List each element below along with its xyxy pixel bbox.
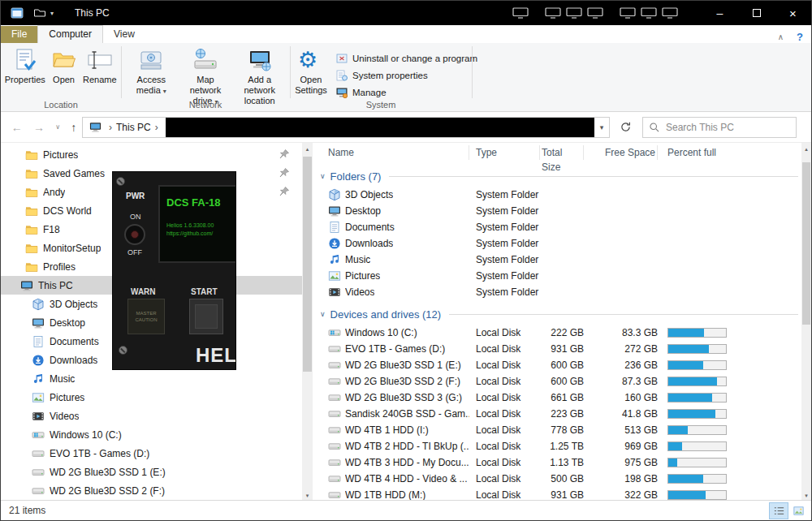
tab-view[interactable]: View [103, 26, 145, 43]
column-header-percent-full[interactable]: Percent full [658, 145, 727, 160]
open-button[interactable]: Open [46, 45, 82, 87]
group-header-devices[interactable]: ∨ Devices and drives (12) [313, 304, 803, 325]
display-tool-icon[interactable] [544, 6, 562, 19]
address-bar[interactable]: › This PC › ▾ [82, 117, 610, 138]
screen-version: Helios 1.6.3308.00 [166, 222, 214, 228]
up-button[interactable]: ↑ [71, 121, 76, 134]
column-header-free-space[interactable]: Free Space [584, 145, 658, 160]
address-bar-empty-area[interactable] [166, 118, 594, 137]
refresh-button[interactable] [615, 117, 636, 138]
recent-locations-icon[interactable]: ∨ [55, 123, 60, 131]
file-row[interactable]: WD 4TB 4 HDD - Video & ... Local Disk 50… [313, 471, 803, 487]
item-name: Documents [345, 222, 395, 233]
ribbon: Properties Open Rename Location Access m… [1, 43, 811, 112]
file-row[interactable]: WD 4TB 2 HDD - TI BkUp (... Local Disk 1… [313, 438, 803, 454]
sidebar-scrollbar[interactable]: ▴ ▾ [302, 143, 313, 502]
screen-title: DCS FA-18 [166, 196, 220, 209]
scrollbar-thumb[interactable] [303, 157, 312, 372]
sidebar-item-label: Pictures [43, 149, 78, 161]
sidebar-item-label: MonitorSetup [43, 243, 101, 254]
close-button[interactable]: × [775, 1, 811, 25]
tab-computer[interactable]: Computer [37, 25, 103, 43]
sidebar-item[interactable]: WD 2G Blue3D SSD 1 (E:) [1, 463, 302, 481]
forward-button[interactable]: → [33, 121, 45, 134]
scrollbar-thumb[interactable] [802, 162, 810, 325]
sidebar-item[interactable]: Windows 10 (C:) [1, 425, 302, 444]
search-input[interactable] [664, 121, 796, 134]
scroll-up-icon[interactable]: ▴ [302, 143, 313, 155]
column-header-type[interactable]: Type [469, 145, 540, 160]
display-tool-icon[interactable] [565, 6, 583, 19]
start-button-graphic [189, 299, 223, 334]
sidebar-item[interactable]: Music [1, 369, 302, 388]
file-row[interactable]: 3D Objects System Folder [313, 187, 803, 203]
sidebar-item-icon [32, 316, 45, 329]
tab-file[interactable]: File [1, 26, 37, 43]
file-row[interactable]: Documents System Folder [313, 219, 803, 235]
item-free-space: 322 GB [584, 489, 658, 501]
collapse-ribbon-icon[interactable]: ∧ [778, 32, 784, 41]
file-row[interactable]: Sandisk 240GB SSD - Gam... Local Disk 22… [313, 406, 803, 422]
sidebar-item-label: Desktop [50, 317, 85, 329]
thumbnails-view-button[interactable] [788, 502, 808, 519]
item-name: WD 4TB 2 HDD - TI BkUp (... [345, 441, 469, 452]
uninstall-program-button[interactable]: Uninstall or change a program [332, 50, 481, 67]
rename-button[interactable]: Rename [82, 45, 118, 87]
breadcrumb-chevron-icon[interactable]: › [105, 122, 116, 133]
file-row[interactable]: Windows 10 (C:) Local Disk 222 GB 83.3 G… [313, 325, 803, 341]
column-header-name[interactable]: Name [313, 145, 469, 160]
file-row[interactable]: EVO 1TB - Games (D:) Local Disk 931 GB 2… [313, 341, 803, 357]
screw-decoration [116, 177, 125, 186]
column-headers: Name Type Total Size Free Space Percent … [313, 143, 803, 162]
file-row[interactable]: Videos System Folder [313, 284, 803, 300]
uninstall-icon [335, 52, 348, 65]
item-icon [328, 342, 341, 355]
window-layout-tool-icon[interactable] [619, 6, 637, 19]
file-row[interactable]: Desktop System Folder [313, 203, 803, 219]
titlebar-tools [510, 6, 680, 19]
scroll-up-icon[interactable]: ▴ [801, 143, 811, 155]
back-button[interactable]: ← [11, 121, 23, 134]
usage-bar-fill [668, 426, 688, 434]
usage-bar [667, 377, 727, 386]
file-row[interactable]: WD 4TB 3 HDD - My Docu... Local Disk 1.1… [313, 454, 803, 471]
file-row[interactable]: Music System Folder [313, 252, 803, 268]
file-row[interactable]: WD 2G Blue3D SSD 2 (F:) Local Disk 600 G… [313, 373, 803, 390]
open-settings-button[interactable]: ⚙ Open Settings [293, 45, 329, 97]
item-icon [328, 188, 341, 201]
item-icon [328, 253, 341, 266]
breadcrumb-chevron-icon[interactable]: › [151, 122, 162, 133]
sidebar-item[interactable]: Pictures [1, 388, 302, 407]
help-icon[interactable]: ? [797, 31, 803, 43]
file-explorer-window: ▾ This PC – × File Computer View ∧ ? [0, 0, 812, 521]
column-header-total-size[interactable]: Total Size [540, 145, 584, 160]
sidebar-item[interactable]: EVO 1TB - Games (D:) [1, 444, 302, 463]
system-properties-button[interactable]: System properties [332, 67, 481, 84]
minimize-button[interactable]: – [702, 1, 738, 25]
properties-button[interactable]: Properties [4, 45, 46, 87]
address-dropdown-icon[interactable]: ▾ [594, 118, 609, 137]
window-layout-tool-icon[interactable] [661, 6, 679, 19]
details-view-button[interactable] [769, 502, 788, 519]
breadcrumb-this-pc[interactable]: This PC [116, 122, 151, 133]
manage-button[interactable]: Manage [332, 84, 481, 101]
window-layout-tool-icon[interactable] [640, 6, 658, 19]
maximize-button[interactable] [738, 1, 775, 25]
sidebar-item[interactable]: Videos [1, 407, 302, 425]
pin-on-top-tool-icon[interactable] [512, 6, 529, 19]
file-row[interactable]: Pictures System Folder [313, 268, 803, 284]
start-label: START [191, 287, 218, 296]
file-row[interactable]: Downloads System Folder [313, 235, 803, 252]
sidebar-item[interactable]: Pictures [1, 145, 302, 164]
quick-access-dropdown-icon[interactable]: ▾ [50, 10, 54, 17]
file-row[interactable]: WD 4TB 1 HDD (I:) Local Disk 778 GB 513 … [313, 422, 803, 438]
sidebar-item[interactable]: WD 2G Blue3D SSD 2 (F:) [1, 481, 302, 500]
access-media-button[interactable]: Access media ▾ [124, 45, 179, 98]
file-list-scrollbar[interactable]: ▴ ▾ [801, 143, 811, 502]
file-row[interactable]: WD 2G Blue3D SSD 3 (G:) Local Disk 661 G… [313, 390, 803, 406]
sidebar-item-icon [32, 410, 45, 423]
quick-access-toolbar-icon[interactable] [33, 6, 46, 19]
add-network-location-button[interactable]: Add a network location [232, 45, 287, 108]
file-row[interactable]: WD 2G Blue3D SSD 1 (E:) Local Disk 600 G… [313, 357, 803, 373]
display-tool-icon[interactable] [586, 6, 604, 19]
